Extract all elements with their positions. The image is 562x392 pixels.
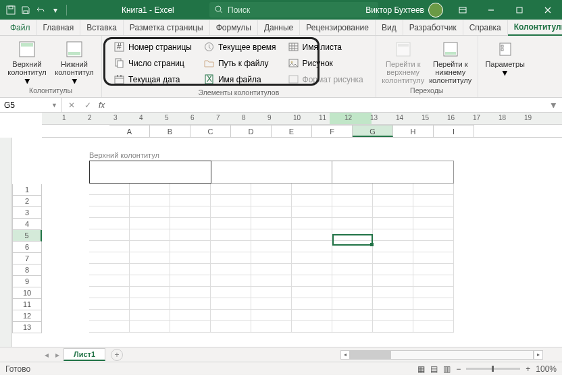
cancel-formula-icon[interactable]: ✕ (66, 101, 77, 110)
column-header[interactable]: C (190, 125, 231, 137)
cell[interactable] (373, 252, 413, 264)
cell[interactable] (332, 287, 373, 298)
cell[interactable] (170, 298, 211, 310)
header-right[interactable] (332, 161, 454, 184)
cell[interactable] (292, 195, 332, 206)
cell[interactable] (413, 310, 454, 321)
zoom-slider[interactable] (466, 368, 520, 370)
tab-home[interactable]: Главная (37, 20, 81, 35)
cell[interactable] (89, 298, 130, 310)
current-time-button[interactable]: Текущее время (201, 40, 279, 55)
column-header[interactable]: I (434, 125, 474, 137)
cell[interactable] (332, 195, 373, 206)
redo-dropdown-icon[interactable]: ▾ (50, 5, 61, 16)
column-header[interactable]: D (231, 125, 272, 137)
cell[interactable] (332, 241, 373, 252)
tab-formulas[interactable]: Формулы (210, 20, 258, 35)
cell[interactable] (373, 184, 413, 195)
cell[interactable] (373, 206, 413, 218)
expand-formula-icon[interactable]: ⯆ (545, 102, 562, 109)
cell[interactable] (373, 321, 413, 333)
scroll-thumb[interactable] (351, 351, 391, 359)
cell[interactable] (413, 275, 454, 287)
cell[interactable] (130, 184, 170, 195)
cell[interactable] (413, 287, 454, 298)
tab-insert[interactable]: Вставка (80, 20, 124, 35)
column-header[interactable]: G (353, 125, 393, 137)
cell[interactable] (170, 310, 211, 321)
cell[interactable] (211, 184, 251, 195)
cell[interactable] (413, 241, 454, 252)
cell[interactable] (170, 275, 211, 287)
cell[interactable] (211, 229, 251, 241)
cell[interactable] (89, 229, 130, 241)
cell[interactable] (292, 252, 332, 264)
cell[interactable] (211, 321, 251, 333)
header-center[interactable] (211, 161, 332, 184)
cell[interactable] (373, 218, 413, 229)
cell[interactable] (373, 195, 413, 206)
page-layout-view[interactable]: Верхний колонтитул (42, 138, 562, 347)
minimize-button[interactable] (477, 0, 505, 20)
tab-page-layout[interactable]: Разметка страницы (124, 20, 210, 35)
cell[interactable] (170, 321, 211, 333)
cell[interactable] (413, 298, 454, 310)
row-header[interactable]: 2 (12, 196, 42, 207)
cell[interactable] (332, 184, 373, 195)
cell[interactable] (130, 218, 170, 229)
horizontal-scrollbar[interactable]: ◂ ▸ (340, 350, 543, 360)
header-left[interactable] (89, 161, 211, 184)
cell[interactable] (89, 218, 130, 229)
cell[interactable] (251, 321, 292, 333)
scroll-left-icon[interactable]: ◂ (340, 350, 350, 360)
cell[interactable] (170, 264, 211, 275)
cell[interactable] (292, 206, 332, 218)
cell[interactable] (170, 218, 211, 229)
cell[interactable] (251, 241, 292, 252)
cell[interactable] (130, 241, 170, 252)
cell[interactable] (292, 241, 332, 252)
cell[interactable] (413, 206, 454, 218)
row-header[interactable]: 4 (12, 219, 42, 230)
cell[interactable] (332, 264, 373, 275)
header-button[interactable]: Верхний колонтитул⯆ (5, 38, 49, 86)
scroll-right-icon[interactable]: ▸ (534, 350, 543, 360)
goto-footer-button[interactable]: Перейти к нижнему колонтитулу (429, 38, 472, 86)
tab-data[interactable]: Данные (258, 20, 300, 35)
cell[interactable] (89, 310, 130, 321)
row-header[interactable]: 1 (12, 184, 42, 196)
close-button[interactable] (534, 0, 562, 20)
search-box[interactable] (209, 2, 378, 18)
cell[interactable] (413, 252, 454, 264)
cell[interactable] (332, 298, 373, 310)
cell[interactable] (373, 298, 413, 310)
picture-button[interactable]: Рисунок (286, 56, 366, 71)
cell[interactable] (251, 310, 292, 321)
cell[interactable] (170, 252, 211, 264)
cell[interactable] (211, 252, 251, 264)
footer-button[interactable]: Нижний колонтитул⯆ (53, 38, 96, 86)
row-header[interactable]: 7 (12, 253, 42, 264)
cell[interactable] (130, 287, 170, 298)
cell[interactable] (292, 298, 332, 310)
file-name-button[interactable]: XИмя файла (201, 72, 279, 87)
sheet-name-button[interactable]: Имя листа (286, 40, 366, 55)
cell[interactable] (332, 310, 373, 321)
cell[interactable] (130, 275, 170, 287)
cell[interactable] (251, 206, 292, 218)
cell[interactable] (251, 195, 292, 206)
cell[interactable] (413, 264, 454, 275)
cell[interactable] (292, 264, 332, 275)
search-input[interactable] (228, 5, 373, 15)
tab-view[interactable]: Вид (376, 20, 403, 35)
cell[interactable] (130, 321, 170, 333)
row-header[interactable]: 3 (12, 207, 42, 219)
cell[interactable] (89, 275, 130, 287)
cell[interactable] (211, 264, 251, 275)
name-box[interactable]: G5▼ (0, 98, 62, 112)
cell[interactable] (373, 229, 413, 241)
cell[interactable] (211, 206, 251, 218)
row-header[interactable]: 6 (12, 242, 42, 253)
row-header[interactable]: 11 (12, 299, 42, 310)
cell[interactable] (373, 287, 413, 298)
